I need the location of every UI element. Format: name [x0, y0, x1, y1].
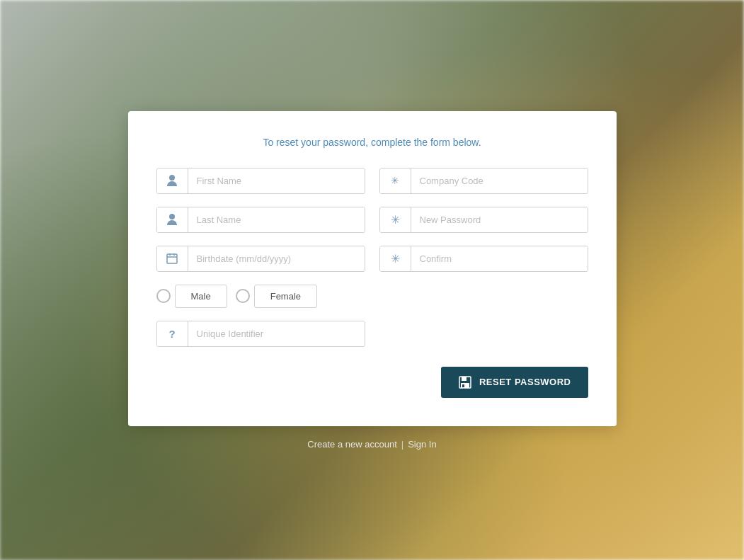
- person-icon-last: [157, 207, 188, 232]
- empty-cell: [379, 285, 588, 308]
- reset-password-button[interactable]: RESET PASSWORD: [441, 367, 588, 398]
- company-code-input[interactable]: [411, 168, 588, 193]
- male-radio[interactable]: [156, 289, 171, 303]
- male-label: Male: [175, 285, 227, 308]
- svg-rect-10: [462, 384, 464, 387]
- asterisk-icon-company: ✳: [380, 168, 411, 193]
- birthdate-field: [156, 246, 365, 272]
- male-radio-option[interactable]: Male: [156, 285, 236, 308]
- calendar-icon: [157, 246, 188, 271]
- create-account-link[interactable]: Create a new account: [307, 439, 396, 450]
- confirm-password-input[interactable]: [411, 246, 588, 271]
- gender-radio-row: Male Female: [156, 285, 365, 308]
- unique-identifier-input[interactable]: [188, 321, 365, 346]
- button-row: RESET PASSWORD: [156, 367, 588, 398]
- asterisk-icon-confirm: ✳: [380, 246, 411, 271]
- reset-password-card: To reset your password, complete the for…: [128, 111, 617, 426]
- birthdate-input[interactable]: [188, 246, 365, 271]
- footer-links: Create a new account | Sign In: [307, 439, 436, 450]
- new-password-field: ✳: [379, 207, 588, 233]
- first-name-input[interactable]: [188, 168, 365, 193]
- female-label: Female: [254, 285, 317, 308]
- company-code-field: ✳: [379, 168, 588, 194]
- last-name-input[interactable]: [188, 207, 365, 232]
- svg-rect-8: [462, 377, 467, 381]
- sign-in-link[interactable]: Sign In: [408, 439, 436, 450]
- question-icon: ?: [157, 321, 188, 346]
- last-name-field: [156, 207, 365, 233]
- person-icon: [157, 168, 188, 193]
- svg-point-2: [169, 214, 175, 219]
- save-icon: [458, 375, 472, 389]
- asterisk-icon-password: ✳: [380, 207, 411, 232]
- svg-rect-3: [167, 254, 177, 263]
- confirm-password-field: ✳: [379, 246, 588, 272]
- svg-point-0: [169, 175, 175, 181]
- female-radio[interactable]: [236, 289, 250, 303]
- reset-button-label: RESET PASSWORD: [479, 377, 571, 387]
- unique-identifier-field: ?: [156, 321, 365, 347]
- svg-rect-9: [461, 383, 469, 388]
- female-radio-option[interactable]: Female: [236, 285, 326, 308]
- new-password-input[interactable]: [411, 207, 588, 232]
- first-name-field: [156, 168, 365, 194]
- empty-cell-2: [379, 321, 588, 347]
- card-header: To reset your password, complete the for…: [156, 137, 588, 148]
- svg-text:✳: ✳: [391, 175, 399, 186]
- header-message: To reset your password, complete the for…: [156, 137, 588, 148]
- footer-divider: |: [401, 439, 404, 450]
- form-grid: ✳ ✳: [156, 168, 588, 398]
